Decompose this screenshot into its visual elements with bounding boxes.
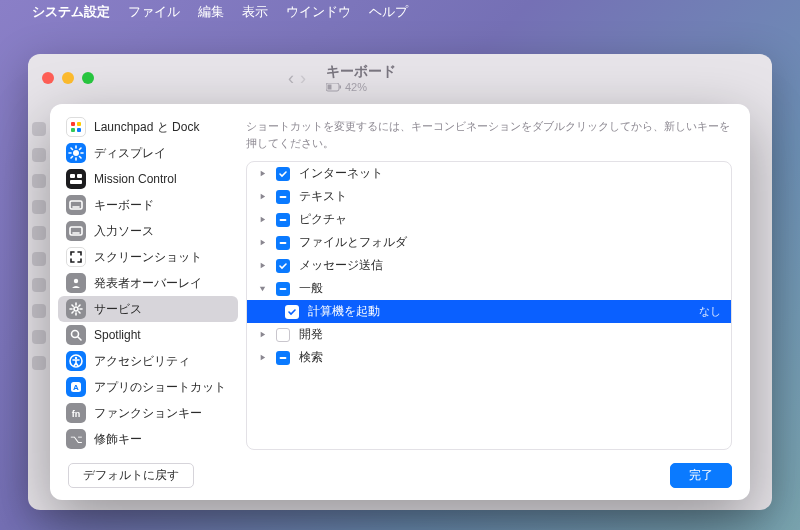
sidebar-item-screenshot[interactable]: スクリーンショット: [58, 244, 238, 270]
sidebar-item-appshortcuts[interactable]: Aアプリのショートカット: [58, 374, 238, 400]
sidebar-item-label: Mission Control: [94, 172, 177, 186]
sidebar-item-label: ファンクションキー: [94, 405, 202, 422]
sidebar-item-display[interactable]: ディスプレイ: [58, 140, 238, 166]
battery-icon: [326, 83, 342, 92]
svg-rect-17: [77, 174, 82, 178]
tree-row[interactable]: インターネット: [247, 162, 731, 185]
tree-child-row[interactable]: 計算機を起動なし: [247, 300, 731, 323]
tree-row[interactable]: 検索: [247, 346, 731, 369]
disclosure-icon[interactable]: [257, 169, 267, 178]
shortcuts-sheet: Launchpad と DockディスプレイMission Controlキーボ…: [50, 104, 750, 500]
sidebar-item-modifier[interactable]: ⌥修飾キー: [58, 426, 238, 450]
svg-point-24: [74, 307, 78, 311]
tree-row[interactable]: テキスト: [247, 185, 731, 208]
disclosure-icon[interactable]: [257, 284, 267, 293]
sidebar-item-services[interactable]: サービス: [58, 296, 238, 322]
tree-row[interactable]: 開発: [247, 323, 731, 346]
tree-row-label: ファイルとフォルダ: [299, 234, 721, 251]
checkbox-mixed-icon[interactable]: [276, 190, 290, 204]
shortcut-value[interactable]: なし: [699, 304, 721, 319]
svg-rect-4: [77, 122, 81, 126]
checkbox-mixed-icon[interactable]: [276, 282, 290, 296]
sidebar-item-a11y[interactable]: アクセシビリティ: [58, 348, 238, 374]
menubar-item-window[interactable]: ウインドウ: [286, 3, 351, 21]
svg-rect-3: [71, 122, 75, 126]
checkbox-icon[interactable]: [285, 305, 299, 319]
disclosure-icon[interactable]: [257, 261, 267, 270]
tree-row[interactable]: ピクチャ: [247, 208, 731, 231]
restore-defaults-button[interactable]: デフォルトに戻す: [68, 463, 194, 488]
window-controls: [42, 72, 94, 84]
sidebar-item-presenter[interactable]: 発表者オーバーレイ: [58, 270, 238, 296]
tree-row-label: メッセージ送信: [299, 257, 721, 274]
checkbox-mixed-icon[interactable]: [276, 236, 290, 250]
sun-icon: [66, 143, 86, 163]
capture-icon: [66, 247, 86, 267]
svg-line-13: [80, 157, 82, 159]
forward-icon[interactable]: ›: [300, 68, 306, 89]
sidebar-item-label: スクリーンショット: [94, 249, 202, 266]
svg-rect-5: [71, 128, 75, 132]
sheet-footer: デフォルトに戻す 完了: [50, 450, 750, 500]
tree-row[interactable]: メッセージ送信: [247, 254, 731, 277]
sidebar-item-label: キーボード: [94, 197, 154, 214]
tree-row-label: インターネット: [299, 165, 721, 182]
svg-rect-6: [77, 128, 81, 132]
titlebar: ‹ › キーボード 42%: [28, 54, 772, 102]
zoom-button[interactable]: [82, 72, 94, 84]
tree-row-label: 開発: [299, 326, 721, 343]
sidebar-item-launchpad[interactable]: Launchpad と Dock: [58, 114, 238, 140]
svg-line-29: [72, 305, 73, 306]
tree-row-label: 検索: [299, 349, 721, 366]
checkbox-unchecked-icon[interactable]: [276, 328, 290, 342]
sidebar-item-label: ディスプレイ: [94, 145, 166, 162]
sidebar-item-keyboard[interactable]: キーボード: [58, 192, 238, 218]
a11y-icon: [66, 351, 86, 371]
sidebar-item-label: サービス: [94, 301, 142, 318]
done-button[interactable]: 完了: [670, 463, 732, 488]
page-title: キーボード: [326, 63, 396, 81]
menubar-item-file[interactable]: ファイル: [128, 3, 180, 21]
sidebar-item-input[interactable]: 入力ソース: [58, 218, 238, 244]
checkbox-mixed-icon[interactable]: [276, 351, 290, 365]
sidebar-item-label: アクセシビリティ: [94, 353, 190, 370]
svg-rect-2: [340, 85, 342, 88]
svg-text:A: A: [73, 383, 79, 392]
sidebar-item-label: Spotlight: [94, 328, 141, 342]
checkbox-icon[interactable]: [276, 259, 290, 273]
svg-point-36: [75, 357, 77, 359]
sidebar-item-fnkeys[interactable]: fnファンクションキー: [58, 400, 238, 426]
tree-row[interactable]: ファイルとフォルダ: [247, 231, 731, 254]
category-sidebar: Launchpad と DockディスプレイMission Controlキーボ…: [50, 104, 246, 450]
sidebar-item-spotlight[interactable]: Spotlight: [58, 322, 238, 348]
svg-rect-1: [328, 84, 332, 89]
menubar-item-view[interactable]: 表示: [242, 3, 268, 21]
disclosure-icon[interactable]: [257, 192, 267, 201]
svg-rect-21: [70, 227, 82, 235]
svg-line-30: [79, 312, 80, 313]
menubar-item-edit[interactable]: 編集: [198, 3, 224, 21]
disclosure-icon[interactable]: [257, 353, 267, 362]
sidebar-item-label: 入力ソース: [94, 223, 154, 240]
checkbox-icon[interactable]: [276, 167, 290, 181]
sidebar-item-label: 修飾キー: [94, 431, 142, 448]
disclosure-icon[interactable]: [257, 330, 267, 339]
menubar-item-help[interactable]: ヘルプ: [369, 3, 408, 21]
fn-icon: fn: [66, 403, 86, 423]
grid-icon: [66, 117, 86, 137]
svg-line-31: [72, 312, 73, 313]
disclosure-icon[interactable]: [257, 215, 267, 224]
instructions-text: ショートカットを変更するには、キーコンビネーションをダブルクリックしてから、新し…: [246, 118, 732, 161]
disclosure-icon[interactable]: [257, 238, 267, 247]
checkbox-mixed-icon[interactable]: [276, 213, 290, 227]
sidebar-item-label: 発表者オーバーレイ: [94, 275, 202, 292]
sidebar-item-label: アプリのショートカット: [94, 379, 226, 396]
sidebar-item-mission[interactable]: Mission Control: [58, 166, 238, 192]
tree-row[interactable]: 一般: [247, 277, 731, 300]
svg-line-12: [71, 148, 73, 150]
minimize-button[interactable]: [62, 72, 74, 84]
keyboard-icon: [66, 195, 86, 215]
menubar-app-name[interactable]: システム設定: [32, 3, 110, 21]
close-button[interactable]: [42, 72, 54, 84]
back-icon[interactable]: ‹: [288, 68, 294, 89]
